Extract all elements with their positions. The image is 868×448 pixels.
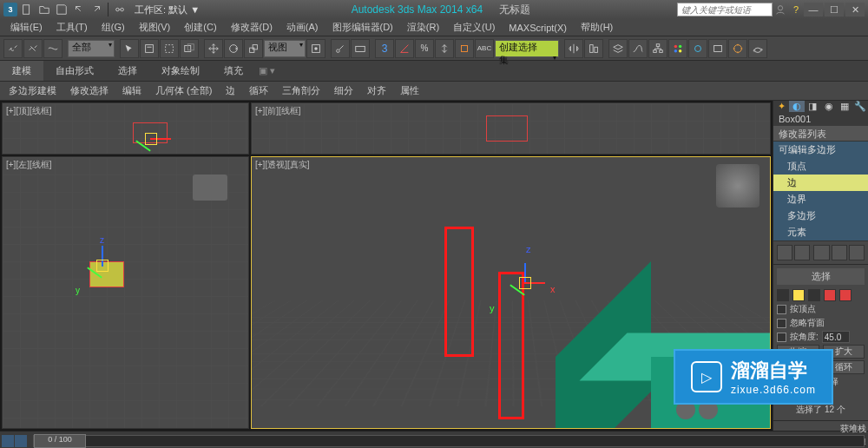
menu-tools[interactable]: 工具(T) [49, 19, 95, 36]
menu-edit[interactable]: 编辑(E) [3, 19, 49, 36]
frame-handle[interactable]: 0 / 100 [34, 434, 86, 448]
select-icon[interactable] [120, 39, 139, 58]
workspace-label[interactable]: 工作区: 默认 ▼ [129, 3, 205, 16]
maximize-button[interactable]: ☐ [825, 3, 844, 16]
so-vertex-icon[interactable] [777, 289, 789, 301]
select-name-icon[interactable] [140, 39, 159, 58]
show-end-icon[interactable] [794, 245, 810, 260]
stack-element[interactable]: 元素 [773, 224, 868, 240]
app-icon[interactable]: 3 [3, 3, 17, 16]
edit-named-sel-icon[interactable] [455, 39, 474, 58]
r2-edges[interactable]: 边 [219, 82, 242, 100]
rotate-icon[interactable] [224, 39, 243, 58]
bind-spacewarp-icon[interactable] [43, 39, 62, 58]
r2-subdiv[interactable]: 细分 [327, 82, 360, 100]
modifier-stack[interactable]: 可编辑多边形 顶点 边 边界 多边形 元素 [773, 142, 868, 240]
configure-icon[interactable] [849, 245, 865, 260]
menu-maxscript[interactable]: MAXScript(X) [502, 21, 574, 35]
viewport-left[interactable]: [+][左][线框] z y [2, 156, 249, 429]
chk-ignoreback[interactable] [777, 319, 786, 328]
teapot-icon[interactable] [748, 39, 767, 58]
link-icon[interactable] [3, 39, 23, 58]
align-icon[interactable] [584, 39, 603, 58]
viewport-front[interactable]: [+][前][线框] [251, 102, 771, 155]
new-icon[interactable] [19, 2, 35, 17]
stack-vertex[interactable]: 顶点 [773, 158, 868, 175]
scale-icon[interactable] [244, 39, 263, 58]
make-unique-icon[interactable] [813, 245, 829, 260]
abc-icon[interactable]: ABC [475, 39, 494, 58]
chk-byvertex[interactable] [777, 305, 786, 314]
r2-props[interactable]: 属性 [393, 82, 426, 100]
so-poly-icon[interactable] [824, 289, 836, 301]
menu-animation[interactable]: 动画(A) [279, 19, 326, 36]
mirror-icon[interactable] [564, 39, 583, 58]
open-icon[interactable] [36, 2, 52, 17]
render-frame-icon[interactable] [708, 39, 727, 58]
menu-help[interactable]: 帮助(H) [574, 19, 620, 36]
menu-group[interactable]: 组(G) [95, 19, 132, 36]
remove-mod-icon[interactable] [832, 245, 847, 260]
so-element-icon[interactable] [839, 289, 852, 301]
refcoord-dropdown[interactable]: 视图 [264, 40, 306, 57]
redo-icon[interactable] [89, 2, 104, 17]
r2-edit[interactable]: 编辑 [115, 82, 148, 100]
viewport-top-label[interactable]: [+][顶][线框] [6, 105, 52, 117]
select-region-icon[interactable] [160, 39, 179, 58]
menu-create[interactable]: 创建(C) [177, 19, 223, 36]
tab-freeform[interactable]: 自由形式 [43, 61, 106, 81]
tab-populate[interactable]: 填充 [212, 61, 255, 81]
tab-modify-icon[interactable]: ◐ [789, 101, 805, 112]
pivot-center-icon[interactable] [306, 39, 326, 58]
tab-objectpaint[interactable]: 对象绘制 [149, 61, 212, 81]
tab-hierarchy-icon[interactable]: ◨ [805, 101, 820, 112]
ribbon-collapse-icon[interactable]: ▣ ▾ [259, 65, 275, 76]
r2-polymodel[interactable]: 多边形建模 [2, 82, 63, 100]
schematic-icon[interactable] [648, 39, 667, 58]
chk-byangle[interactable] [777, 333, 786, 342]
transform-gizmo[interactable] [503, 261, 547, 305]
window-crossing-icon[interactable] [180, 39, 199, 58]
help-icon[interactable]: ? [788, 2, 804, 17]
menu-rendering[interactable]: 渲染(R) [400, 19, 446, 36]
viewcube[interactable] [716, 164, 760, 208]
viewport-persp-label[interactable]: [+][透视][真实] [255, 159, 310, 171]
named-selection-dropdown[interactable]: 创建选择集 [495, 40, 559, 57]
r2-align[interactable]: 对齐 [360, 82, 393, 100]
help-signin-icon[interactable] [773, 2, 788, 17]
viewport-top[interactable]: [+][顶][线框] [2, 102, 249, 155]
r2-tri[interactable]: 三角剖分 [275, 82, 327, 100]
selection-filter-dropdown[interactable]: 全部 [68, 40, 115, 57]
stack-editable-poly[interactable]: 可编辑多边形 [773, 142, 868, 158]
close-button[interactable]: ✕ [845, 3, 865, 16]
r2-geometry[interactable]: 几何体 (全部) [148, 82, 219, 100]
menu-grapheditors[interactable]: 图形编辑器(D) [326, 19, 400, 36]
timeline-cfg-icon[interactable] [2, 435, 14, 447]
spinner-snap-icon[interactable] [435, 39, 454, 58]
timeline-cfg2-icon[interactable] [15, 435, 27, 447]
tab-create-icon[interactable]: ✦ [773, 101, 789, 112]
unlink-icon[interactable] [23, 39, 43, 58]
viewport-left-label[interactable]: [+][左][线框] [6, 159, 52, 171]
percent-snap-icon[interactable]: % [415, 39, 434, 58]
angle-input[interactable] [822, 331, 850, 343]
tab-utilities-icon[interactable]: 🔧 [852, 101, 868, 112]
viewport-front-label[interactable]: [+][前][线框] [255, 105, 301, 117]
stack-border[interactable]: 边界 [773, 191, 868, 208]
stack-polygon[interactable]: 多边形 [773, 208, 868, 224]
rollout-selection[interactable]: 选择 [777, 268, 865, 285]
manipulate-icon[interactable] [331, 39, 350, 58]
object-name-field[interactable]: Box001 [773, 112, 868, 126]
menu-modifiers[interactable]: 修改器(D) [224, 19, 279, 36]
so-border-icon[interactable] [808, 289, 820, 301]
keyboard-shortcut-icon[interactable] [351, 39, 370, 58]
tab-selection[interactable]: 选择 [106, 61, 149, 81]
help-search-input[interactable] [677, 3, 773, 16]
material-editor-icon[interactable] [668, 39, 687, 58]
angle-snap-icon[interactable] [395, 39, 414, 58]
curve-editor-icon[interactable] [628, 39, 648, 58]
snap-toggle-icon[interactable]: 3 [375, 39, 394, 58]
tab-modeling[interactable]: 建模 [0, 61, 43, 81]
tab-display-icon[interactable]: ▦ [837, 101, 852, 112]
stack-edge[interactable]: 边 [773, 175, 868, 191]
